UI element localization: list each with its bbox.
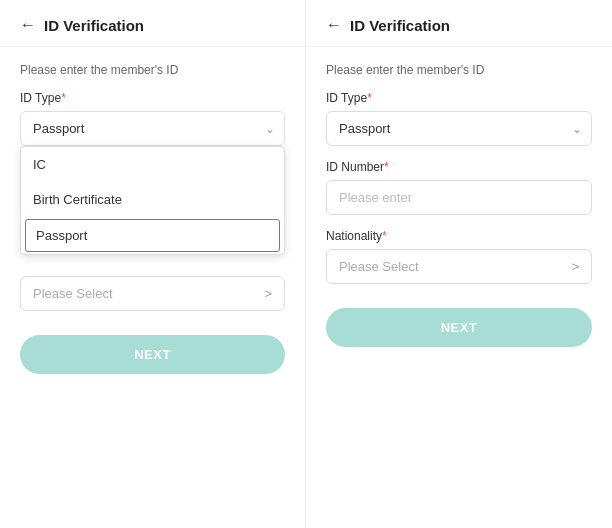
right-title: ID Verification [350,17,450,34]
left-dropdown-menu: IC Birth Certificate Passport [20,146,285,255]
left-next-button[interactable]: NEXT [20,335,285,374]
left-nationality-chevron-icon: > [264,286,272,301]
left-screen: ← ID Verification Please enter the membe… [0,0,306,528]
left-id-type-select[interactable]: Passport [20,111,285,146]
left-back-button[interactable]: ← [20,16,36,34]
dropdown-item-ic[interactable]: IC [21,147,284,182]
right-form: Please enter the member's ID ID Type* Pa… [306,47,612,363]
left-select-wrapper: Passport ⌄ [20,111,285,146]
right-header: ← ID Verification [306,0,612,47]
left-title: ID Verification [44,17,144,34]
left-id-type-label: ID Type* [20,91,285,105]
right-nationality-placeholder: Please Select [339,259,419,274]
left-header: ← ID Verification [0,0,305,47]
right-nationality-label: Nationality* [326,229,592,243]
right-description: Please enter the member's ID [326,63,592,77]
right-back-button[interactable]: ← [326,16,342,34]
right-nationality-chevron-icon: > [571,259,579,274]
right-id-number-input[interactable] [326,180,592,215]
dropdown-item-birth-cert[interactable]: Birth Certificate [21,182,284,217]
dropdown-item-passport[interactable]: Passport [25,219,280,252]
left-id-type-container: Passport ⌄ IC Birth Certificate Passport [20,111,285,146]
right-nationality-row[interactable]: Please Select > [326,249,592,284]
left-form: Please enter the member's ID ID Type* Pa… [0,47,305,390]
right-screen: ← ID Verification Please enter the membe… [306,0,612,528]
right-id-type-label: ID Type* [326,91,592,105]
right-select-wrapper: Passport ⌄ [326,111,592,146]
right-id-type-select[interactable]: Passport [326,111,592,146]
left-nationality-placeholder: Please Select [33,286,113,301]
right-id-number-label: ID Number* [326,160,592,174]
left-description: Please enter the member's ID [20,63,285,77]
right-next-button[interactable]: NEXT [326,308,592,347]
left-nationality-row[interactable]: Please Select > [20,276,285,311]
